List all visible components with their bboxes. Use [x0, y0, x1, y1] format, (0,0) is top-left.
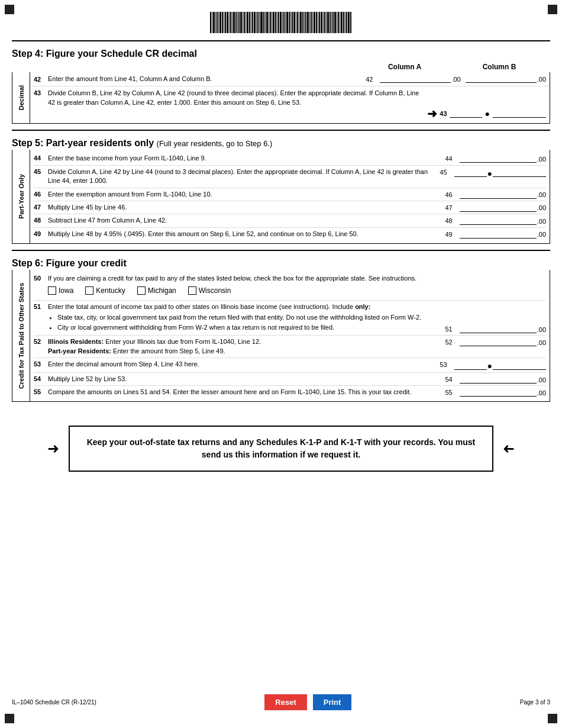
step4-lines: 42 Enter the amount from Line 41, Column…: [30, 72, 550, 123]
line-44-field-group: .00: [460, 155, 546, 163]
line-row-45: 45 Divide Column A, Line 42 by Line 44 (…: [34, 166, 546, 188]
svg-rect-32: [265, 12, 266, 33]
line-43-whole-input[interactable]: [450, 110, 482, 118]
michigan-label: Michigan: [148, 286, 176, 295]
bottom-note-text: Keep your out-of-state tax returns and a…: [84, 436, 478, 461]
line-51-input[interactable]: [460, 326, 537, 333]
line-44-inputs: 44 .00: [445, 154, 546, 163]
line-51-cents: .00: [537, 326, 546, 333]
line-row-46: 46 Enter the exemption amount from Form …: [34, 188, 546, 201]
line-45-decimal-input[interactable]: [493, 169, 546, 177]
svg-rect-8: [224, 12, 224, 33]
line-row-43: 43 Divide Column B, Line 42 by Column A,…: [30, 86, 550, 123]
svg-rect-78: [343, 12, 344, 33]
line-54-input[interactable]: [460, 376, 537, 384]
line-49-inputs: 49 .00: [445, 230, 546, 239]
line-row-52: 52 Illinois Residents: Enter your Illino…: [34, 336, 546, 358]
line-43-dot: ●: [485, 109, 490, 118]
svg-rect-64: [319, 12, 320, 33]
wisconsin-checkbox[interactable]: [188, 286, 196, 295]
svg-rect-31: [263, 12, 264, 33]
step6-side-label: Credit for Tax Paid to Other States: [18, 283, 25, 389]
line-53-field-group: ●: [454, 361, 546, 371]
print-button[interactable]: Print: [313, 694, 352, 710]
svg-rect-34: [269, 12, 269, 33]
line-row-54: 54 Multiply Line 52 by Line 53. 54 .00: [34, 373, 546, 386]
line-51-desc: Enter the total amount of income tax pai…: [48, 302, 445, 333]
svg-rect-44: [285, 12, 286, 33]
svg-rect-82: [350, 12, 351, 33]
line-43-inputs: ➜ 43 ●: [427, 89, 546, 121]
line-50-desc: If you are claiming a credit for tax pai…: [48, 274, 546, 283]
svg-rect-77: [341, 12, 343, 33]
svg-rect-4: [217, 12, 218, 33]
line-49-cents: .00: [537, 231, 546, 238]
barcode-area: [12, 6, 550, 37]
step4-side-label: Decimal: [18, 85, 25, 110]
line-row-53: 53 Enter the decimal amount from Step 4,…: [34, 358, 546, 373]
step4-title: Step 4: Figure your Schedule CR decimal: [12, 49, 197, 60]
svg-rect-33: [266, 12, 268, 33]
line-51-bullet-1: State tax, city, or local government tax…: [57, 313, 445, 322]
footer-buttons: Reset Print: [264, 694, 351, 710]
line-50-num: 50: [34, 274, 48, 283]
line-53-whole-input[interactable]: [454, 362, 487, 370]
checkbox-wisconsin: Wisconsin: [188, 286, 231, 295]
line-45-num: 45: [34, 167, 48, 175]
barcode-image: [210, 11, 352, 34]
line-51-num: 51: [34, 302, 48, 310]
wisconsin-label: Wisconsin: [199, 286, 231, 295]
line-52-inputs: 52 .00: [445, 337, 546, 346]
svg-rect-14: [233, 12, 235, 33]
svg-rect-30: [260, 12, 263, 33]
col-b-header: Column B: [452, 63, 547, 71]
line-49-num: 49: [34, 230, 48, 237]
svg-rect-26: [254, 12, 256, 33]
corner-mark-br: [548, 714, 557, 723]
line-42-colb-input[interactable]: [466, 75, 537, 83]
line-45-dot: ●: [487, 169, 492, 178]
line-54-num: 54: [34, 375, 48, 382]
kentucky-checkbox[interactable]: [85, 286, 93, 295]
line-48-input[interactable]: [460, 217, 537, 225]
line-42-cola-group: .00: [380, 75, 460, 83]
line-46-field-group: .00: [460, 191, 546, 199]
line-49-input[interactable]: [460, 231, 537, 239]
line-46-num: 46: [34, 190, 48, 198]
svg-rect-19: [243, 12, 243, 33]
line-46-input[interactable]: [460, 191, 537, 199]
line-42-cola-input[interactable]: [380, 75, 451, 83]
svg-rect-81: [348, 12, 350, 33]
reset-button[interactable]: Reset: [264, 694, 306, 710]
line-49-desc: Multiply Line 48 by 4.95% (.0495). Enter…: [48, 230, 445, 239]
svg-rect-58: [309, 12, 310, 33]
line-43-decimal-input[interactable]: [493, 110, 546, 118]
svg-rect-17: [238, 12, 240, 33]
line-row-42: 42 Enter the amount from Line 41, Column…: [30, 72, 550, 86]
svg-rect-9: [225, 12, 226, 33]
svg-rect-54: [302, 12, 303, 33]
line-53-dot: ●: [487, 361, 492, 371]
iowa-checkbox[interactable]: [48, 286, 56, 295]
svg-rect-51: [297, 12, 298, 33]
svg-rect-68: [326, 12, 327, 33]
line-52-input[interactable]: [460, 339, 537, 346]
svg-rect-23: [249, 12, 250, 33]
line-46-desc: Enter the exemption amount from Form IL-…: [48, 190, 445, 199]
line-45-whole-input[interactable]: [454, 169, 487, 177]
michigan-checkbox[interactable]: [137, 286, 146, 295]
svg-rect-79: [345, 12, 345, 33]
line-53-inputs: 53 ●: [440, 360, 546, 371]
line-44-input[interactable]: [460, 155, 537, 163]
line-55-input[interactable]: [460, 389, 537, 397]
step5-section: Part-Year Only 44 Enter the base income …: [12, 150, 550, 243]
line-47-label: 47: [445, 204, 452, 211]
svg-rect-36: [272, 12, 272, 33]
line-49-label: 49: [445, 231, 452, 238]
line-52-num: 52: [34, 337, 48, 345]
line-53-decimal-input[interactable]: [493, 362, 546, 370]
line-row-51: 51 Enter the total amount of income tax …: [34, 301, 546, 336]
corner-mark-bl: [5, 714, 14, 723]
line-row-49: 49 Multiply Line 48 by 4.95% (.0495). En…: [34, 228, 546, 241]
line-47-input[interactable]: [460, 204, 537, 212]
